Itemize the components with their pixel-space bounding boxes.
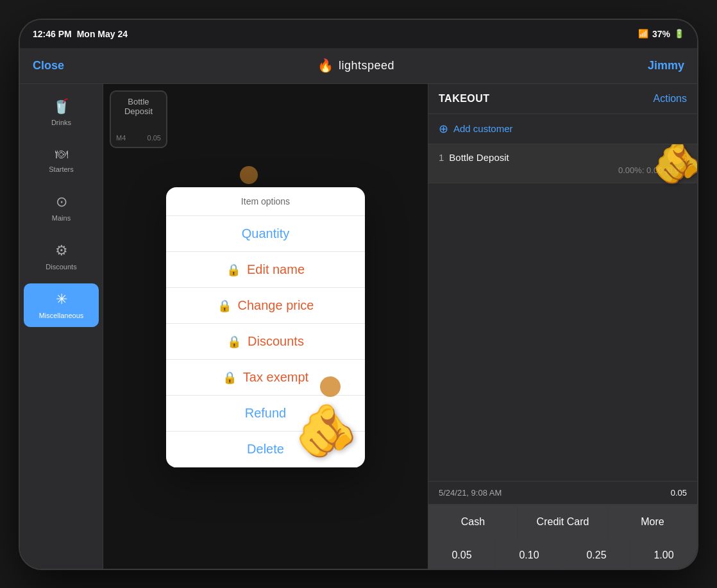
sidebar-item-miscellaneous[interactable]: ✳ Miscellaneous bbox=[24, 283, 99, 327]
sidebar-label-drinks: Drinks bbox=[51, 119, 71, 126]
order-item-price: 0.05 bbox=[668, 152, 687, 163]
order-total: 0.05 bbox=[671, 488, 687, 498]
battery-icon: 🔋 bbox=[674, 29, 684, 38]
status-time: 12:46 PM bbox=[33, 29, 72, 39]
order-item-quantity: 1 bbox=[439, 152, 444, 163]
cash-button[interactable]: Cash bbox=[428, 505, 518, 539]
discounts-label: Discounts bbox=[248, 334, 304, 349]
order-title: TAKEOUT bbox=[439, 93, 490, 105]
edit-name-label: Edit name bbox=[247, 262, 305, 277]
mains-icon: ⊙ bbox=[56, 194, 67, 210]
order-item-name: Bottle Deposit bbox=[449, 152, 668, 163]
add-customer-label: Add customer bbox=[453, 123, 513, 134]
modal-item-quantity[interactable]: Quantity bbox=[166, 216, 365, 252]
order-panel: TAKEOUT Actions ⊕ Add customer 1 Bottle … bbox=[428, 84, 697, 570]
modal-item-refund[interactable]: Refund bbox=[166, 396, 365, 432]
status-date: Mon May 24 bbox=[77, 29, 128, 39]
starters-icon: 🍽 bbox=[55, 147, 68, 162]
amount-005[interactable]: 0.05 bbox=[428, 539, 495, 570]
modal-item-tax-exempt[interactable]: 🔒 Tax exempt bbox=[166, 360, 365, 396]
wifi-icon: 📶 bbox=[638, 29, 648, 38]
nav-bar: Close 🔥 lightspeed Jimmy bbox=[20, 48, 697, 84]
amount-010[interactable]: 0.10 bbox=[496, 539, 562, 570]
sidebar-item-mains[interactable]: ⊙ Mains bbox=[24, 186, 99, 230]
drinks-icon: 🥤 bbox=[53, 98, 70, 115]
amount-100[interactable]: 1.00 bbox=[630, 539, 697, 570]
credit-card-button[interactable]: Credit Card bbox=[518, 505, 607, 539]
status-bar: 12:46 PM Mon May 24 📶 37% 🔋 bbox=[20, 20, 697, 48]
order-items-list: 1 Bottle Deposit 0.05 0.00%: 0.00 (0.05)… bbox=[428, 144, 697, 481]
battery-level: 37% bbox=[652, 29, 670, 39]
more-button[interactable]: More bbox=[608, 505, 697, 539]
payment-buttons: Cash Credit Card More bbox=[428, 504, 697, 539]
add-customer-plus-icon: ⊕ bbox=[439, 122, 448, 136]
modal-item-edit-name[interactable]: 🔒 Edit name bbox=[166, 252, 365, 288]
modal-overlay[interactable]: Item options Quantity 🔒 Edit name 🔒 Chan… bbox=[103, 84, 428, 570]
order-timestamp: 5/24/21, 9:08 AM bbox=[439, 488, 502, 498]
quick-amounts: 0.05 0.10 0.25 1.00 bbox=[428, 539, 697, 570]
product-area: BottleDeposit M4 0.05 Item options Quant… bbox=[103, 84, 428, 570]
logo-text: lightspeed bbox=[339, 59, 394, 72]
close-button[interactable]: Close bbox=[33, 59, 64, 72]
sidebar-item-discounts[interactable]: ⚙ Discounts bbox=[24, 235, 99, 278]
order-actions-button[interactable]: Actions bbox=[654, 93, 687, 105]
modal-item-discounts[interactable]: 🔒 Discounts bbox=[166, 324, 365, 360]
add-customer-button[interactable]: ⊕ Add customer bbox=[428, 114, 697, 144]
sidebar-item-starters[interactable]: 🍽 Starters bbox=[24, 139, 99, 181]
lock-icon-edit-name: 🔒 bbox=[226, 263, 240, 277]
logo-icon: 🔥 bbox=[317, 58, 333, 73]
lock-icon-tax-exempt: 🔒 bbox=[223, 371, 237, 385]
tax-exempt-label: Tax exempt bbox=[243, 370, 308, 385]
user-label[interactable]: Jimmy bbox=[648, 59, 684, 72]
lock-icon-change-price: 🔒 bbox=[217, 299, 232, 313]
sidebar-label-starters: Starters bbox=[49, 165, 74, 173]
sidebar-item-drinks[interactable]: 🥤 Drinks bbox=[24, 90, 99, 134]
modal-item-delete[interactable]: Delete bbox=[166, 432, 365, 467]
delete-label: Delete bbox=[247, 442, 284, 457]
sidebar-label-mains: Mains bbox=[52, 214, 71, 222]
main-content: 🥤 Drinks 🍽 Starters ⊙ Mains ⚙ Discounts … bbox=[20, 84, 697, 570]
misc-icon: ✳ bbox=[56, 291, 67, 308]
lock-icon-discounts: 🔒 bbox=[227, 335, 241, 349]
amount-025[interactable]: 0.25 bbox=[563, 539, 630, 570]
order-header: TAKEOUT Actions bbox=[428, 84, 697, 114]
order-item-discount: 0.00%: 0.00 (0.05) bbox=[439, 165, 687, 175]
refund-label: Refund bbox=[245, 406, 287, 421]
order-item-row: 1 Bottle Deposit 0.05 bbox=[439, 152, 687, 163]
order-item[interactable]: 1 Bottle Deposit 0.05 0.00%: 0.00 (0.05)… bbox=[428, 144, 697, 183]
item-options-modal: Item options Quantity 🔒 Edit name 🔒 Chan… bbox=[166, 187, 365, 467]
quantity-label: Quantity bbox=[242, 226, 289, 241]
sidebar-label-discounts: Discounts bbox=[46, 263, 76, 271]
logo: 🔥 lightspeed bbox=[317, 58, 394, 73]
device-frame: 12:46 PM Mon May 24 📶 37% 🔋 Close 🔥 ligh… bbox=[19, 19, 698, 570]
sidebar-label-misc: Miscellaneous bbox=[39, 312, 84, 319]
sidebar: 🥤 Drinks 🍽 Starters ⊙ Mains ⚙ Discounts … bbox=[20, 84, 103, 570]
change-price-label: Change price bbox=[238, 298, 314, 313]
modal-title: Item options bbox=[166, 187, 365, 216]
order-footer: 5/24/21, 9:08 AM 0.05 bbox=[428, 481, 697, 504]
modal-item-change-price[interactable]: 🔒 Change price bbox=[166, 288, 365, 324]
discounts-icon: ⚙ bbox=[55, 242, 68, 259]
